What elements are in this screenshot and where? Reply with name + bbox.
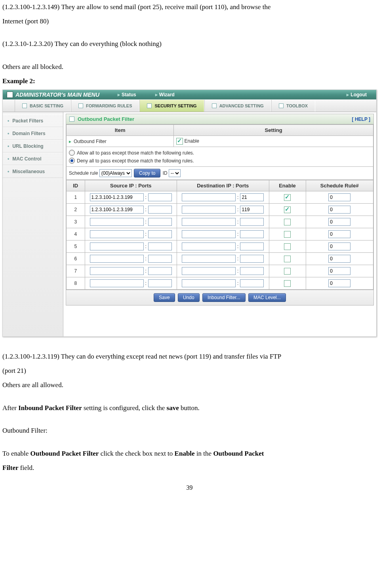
body-text: Filter field.	[2, 461, 377, 475]
schedule-rule-input[interactable]	[328, 255, 350, 263]
admin-title: ADMINISTRATOR's MAIN MENU	[15, 92, 99, 98]
dest-port-input[interactable]	[240, 279, 264, 287]
rule-enable-checkbox[interactable]	[284, 219, 291, 225]
source-port-input[interactable]	[148, 206, 172, 214]
body-text: To enable Outbound Packet Filter click t…	[2, 447, 377, 461]
dest-port-input[interactable]	[240, 206, 264, 214]
dest-port-input[interactable]	[240, 218, 264, 226]
source-ip-input[interactable]	[90, 267, 144, 275]
schedule-rule-select[interactable]: (00)Always	[99, 169, 132, 177]
dest-ip-input[interactable]	[182, 267, 236, 275]
table-row: 6::	[67, 253, 373, 265]
table-row: 5::	[67, 241, 373, 253]
dest-port-input[interactable]	[240, 193, 264, 201]
source-ip-input[interactable]	[90, 230, 144, 238]
dest-ip-input[interactable]	[182, 279, 236, 287]
sidebar-item-mac-control[interactable]: MAC Control	[3, 153, 63, 165]
body-text: (port 21)	[2, 364, 377, 378]
help-link[interactable]: [ HELP ]	[352, 116, 370, 122]
tab-icon	[22, 103, 27, 108]
sidebar: Packet Filters Domain Filters URL Blocki…	[3, 112, 63, 336]
rule-id: 2	[67, 204, 85, 216]
source-port-input[interactable]	[148, 267, 172, 275]
source-port-input[interactable]	[148, 255, 172, 263]
source-ip-input[interactable]	[90, 206, 144, 214]
table-row: 3::	[67, 216, 373, 228]
tab-advanced-setting[interactable]: ADVANCED SETTING	[204, 100, 271, 112]
outbound-filter-panel: Outbound Packet Filter [ HELP ] Item Set…	[66, 114, 374, 305]
rule-enable-checkbox[interactable]	[284, 206, 291, 213]
schedule-rule-input[interactable]	[328, 230, 350, 238]
menu-wizard[interactable]: ▸Wizard	[155, 92, 175, 97]
tab-forwarding-rules[interactable]: FORWARDING RULES	[71, 100, 140, 112]
body-text: (1.2.3.100-1.2.3.149) They are allow to …	[2, 0, 377, 14]
table-row: 8::	[67, 277, 373, 290]
rule-enable-checkbox[interactable]	[284, 256, 291, 262]
enable-label: Enable	[183, 138, 199, 144]
menu-logout[interactable]: ▸Logout	[347, 92, 367, 97]
source-ip-input[interactable]	[90, 255, 144, 263]
id-select[interactable]: --	[169, 169, 181, 177]
inbound-filter-button[interactable]: Inbound Filter...	[202, 293, 246, 302]
schedule-rule-input[interactable]	[328, 206, 350, 214]
tab-security-setting[interactable]: SECURITY SETTING	[139, 100, 204, 112]
dest-port-input[interactable]	[240, 242, 264, 250]
source-port-input[interactable]	[148, 193, 172, 201]
dest-port-input[interactable]	[240, 267, 264, 275]
sidebar-item-domain-filters[interactable]: Domain Filters	[3, 127, 63, 140]
sidebar-item-url-blocking[interactable]: URL Blocking	[3, 140, 63, 153]
schedule-rule-input[interactable]	[328, 242, 350, 250]
table-row: 2::	[67, 204, 373, 216]
source-ip-input[interactable]	[90, 242, 144, 250]
tab-toolbox[interactable]: TOOLBOX	[271, 100, 315, 112]
sidebar-item-packet-filters[interactable]: Packet Filters	[3, 115, 63, 127]
rule-enable-checkbox[interactable]	[284, 280, 291, 287]
schedule-rule-input[interactable]	[328, 218, 350, 226]
source-port-input[interactable]	[148, 230, 172, 238]
undo-button[interactable]: Undo	[178, 293, 200, 302]
source-ip-input[interactable]	[90, 193, 144, 201]
enable-checkbox[interactable]	[176, 138, 183, 145]
body-text: After Inbound Packet Filter setting is c…	[2, 401, 377, 415]
body-text: Internet (port 80)	[2, 14, 377, 29]
save-button[interactable]: Save	[154, 293, 175, 302]
mac-level-button[interactable]: MAC Level...	[248, 293, 286, 302]
copy-to-button[interactable]: Copy to	[134, 169, 160, 178]
source-port-input[interactable]	[148, 242, 172, 250]
radio-deny[interactable]: Deny all to pass except those match the …	[69, 158, 194, 164]
dest-ip-input[interactable]	[182, 193, 236, 201]
sidebar-item-miscellaneous[interactable]: Miscellaneous	[3, 165, 63, 178]
dest-port-input[interactable]	[240, 255, 264, 263]
rule-enable-checkbox[interactable]	[284, 268, 291, 275]
schedule-rule-input[interactable]	[328, 279, 350, 287]
source-ip-input[interactable]	[90, 218, 144, 226]
rule-enable-checkbox[interactable]	[284, 231, 291, 238]
source-port-input[interactable]	[148, 218, 172, 226]
body-text: (1.2.3.100-1.2.3.119) They can do everyt…	[2, 349, 377, 364]
rule-enable-checkbox[interactable]	[284, 194, 291, 201]
source-ip-input[interactable]	[90, 279, 144, 287]
schedule-rule-input[interactable]	[328, 193, 350, 201]
rule-enable-checkbox[interactable]	[284, 243, 291, 250]
dest-port-input[interactable]	[240, 230, 264, 238]
table-row: 1::	[67, 191, 373, 204]
dest-ip-input[interactable]	[182, 218, 236, 226]
body-text: Others are all allowed.	[2, 378, 377, 392]
dest-ip-input[interactable]	[182, 242, 236, 250]
schedule-rule-label: Schedule rule	[69, 170, 99, 176]
rule-id: 7	[67, 265, 85, 277]
dest-ip-input[interactable]	[182, 255, 236, 263]
menu-status[interactable]: ▸Status	[118, 92, 136, 97]
rule-id: 8	[67, 277, 85, 290]
col-sched: Schedule Rule#	[306, 180, 373, 191]
panel-icon	[69, 116, 74, 122]
source-port-input[interactable]	[148, 279, 172, 287]
col-dst: Destination IP : Ports	[177, 180, 269, 191]
dest-ip-input[interactable]	[182, 206, 236, 214]
dest-ip-input[interactable]	[182, 230, 236, 238]
radio-allow[interactable]: Allow all to pass except those match the…	[69, 150, 194, 156]
schedule-rule-input[interactable]	[328, 267, 350, 275]
body-text: Outbound Filter:	[2, 424, 377, 438]
nav-tabs: BASIC SETTING FORWARDING RULES SECURITY …	[3, 99, 376, 112]
tab-basic-setting[interactable]: BASIC SETTING	[15, 100, 71, 112]
